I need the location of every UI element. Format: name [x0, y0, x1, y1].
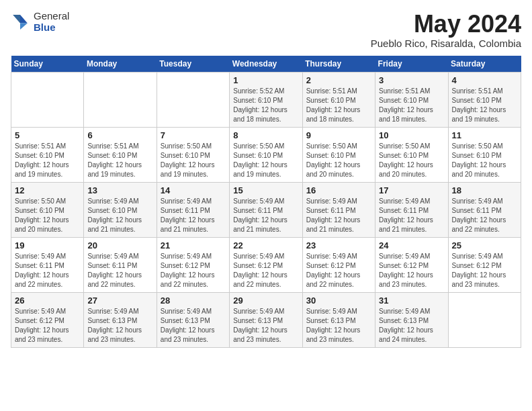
day-info: Sunrise: 5:49 AMSunset: 6:12 PMDaylight:…: [161, 252, 226, 289]
calendar-cell: [11, 72, 84, 127]
calendar-cell: 16Sunrise: 5:49 AMSunset: 6:11 PMDayligh…: [302, 182, 375, 237]
day-info: Sunrise: 5:51 AMSunset: 6:10 PMDaylight:…: [15, 142, 80, 179]
calendar-cell: 26Sunrise: 5:49 AMSunset: 6:12 PMDayligh…: [11, 292, 84, 347]
calendar-cell: 27Sunrise: 5:49 AMSunset: 6:13 PMDayligh…: [84, 292, 157, 347]
day-number: 6: [87, 130, 152, 140]
day-info: Sunrise: 5:49 AMSunset: 6:11 PMDaylight:…: [379, 197, 444, 234]
day-info: Sunrise: 5:49 AMSunset: 6:11 PMDaylight:…: [161, 197, 226, 234]
weekday-row: SundayMondayTuesdayWednesdayThursdayFrid…: [11, 56, 521, 73]
svg-marker-1: [20, 23, 28, 29]
day-number: 15: [233, 185, 298, 195]
calendar-cell: [84, 72, 157, 127]
day-info: Sunrise: 5:49 AMSunset: 6:13 PMDaylight:…: [379, 307, 444, 345]
day-number: 30: [306, 295, 371, 306]
calendar-cell: 2Sunrise: 5:51 AMSunset: 6:10 PMDaylight…: [302, 72, 375, 127]
calendar-week-row: 5Sunrise: 5:51 AMSunset: 6:10 PMDaylight…: [11, 127, 521, 182]
title-area: May 2024 Pueblo Rico, Risaralda, Colombi…: [371, 11, 521, 49]
weekday-header-monday: Monday: [84, 56, 157, 73]
weekday-header-friday: Friday: [375, 56, 448, 73]
day-number: 3: [379, 75, 444, 85]
calendar-week-row: 26Sunrise: 5:49 AMSunset: 6:12 PMDayligh…: [11, 292, 521, 347]
svg-marker-2: [13, 15, 20, 23]
calendar-cell: 17Sunrise: 5:49 AMSunset: 6:11 PMDayligh…: [375, 182, 448, 237]
calendar-cell: 15Sunrise: 5:49 AMSunset: 6:11 PMDayligh…: [230, 182, 302, 237]
logo-general-text: General: [34, 11, 69, 22]
day-info: Sunrise: 5:49 AMSunset: 6:12 PMDaylight:…: [306, 252, 371, 289]
day-info: Sunrise: 5:49 AMSunset: 6:13 PMDaylight:…: [233, 307, 298, 345]
calendar-cell: 3Sunrise: 5:51 AMSunset: 6:10 PMDaylight…: [375, 72, 448, 127]
calendar-week-row: 12Sunrise: 5:50 AMSunset: 6:10 PMDayligh…: [11, 182, 521, 237]
calendar-week-row: 1Sunrise: 5:52 AMSunset: 6:10 PMDaylight…: [11, 72, 521, 127]
day-number: 16: [306, 185, 371, 195]
calendar-cell: 7Sunrise: 5:50 AMSunset: 6:10 PMDaylight…: [157, 127, 229, 182]
weekday-header-tuesday: Tuesday: [157, 56, 229, 73]
calendar-subtitle: Pueblo Rico, Risaralda, Colombia: [371, 38, 521, 49]
day-info: Sunrise: 5:50 AMSunset: 6:10 PMDaylight:…: [306, 142, 371, 179]
day-info: Sunrise: 5:50 AMSunset: 6:10 PMDaylight:…: [452, 142, 517, 179]
calendar-table: SundayMondayTuesdayWednesdayThursdayFrid…: [11, 56, 521, 348]
logo-blue-text: Blue: [34, 22, 69, 34]
day-number: 28: [161, 295, 226, 306]
day-number: 31: [379, 295, 444, 306]
day-info: Sunrise: 5:49 AMSunset: 6:10 PMDaylight:…: [87, 197, 152, 234]
logo-icon: [11, 13, 30, 32]
weekday-header-thursday: Thursday: [302, 56, 375, 73]
calendar-cell: 18Sunrise: 5:49 AMSunset: 6:11 PMDayligh…: [448, 182, 521, 237]
day-number: 25: [452, 240, 517, 250]
calendar-cell: 8Sunrise: 5:50 AMSunset: 6:10 PMDaylight…: [230, 127, 302, 182]
day-number: 17: [379, 185, 444, 195]
svg-marker-0: [20, 15, 28, 23]
calendar-cell: 12Sunrise: 5:50 AMSunset: 6:10 PMDayligh…: [11, 182, 84, 237]
day-info: Sunrise: 5:52 AMSunset: 6:10 PMDaylight:…: [233, 87, 298, 124]
weekday-header-wednesday: Wednesday: [230, 56, 302, 73]
day-info: Sunrise: 5:51 AMSunset: 6:10 PMDaylight:…: [452, 87, 517, 124]
day-info: Sunrise: 5:49 AMSunset: 6:11 PMDaylight:…: [87, 252, 152, 289]
logo-text: General Blue: [34, 11, 69, 33]
day-number: 20: [87, 240, 152, 250]
weekday-header-saturday: Saturday: [448, 56, 521, 73]
day-info: Sunrise: 5:50 AMSunset: 6:10 PMDaylight:…: [379, 142, 444, 179]
calendar-cell: 25Sunrise: 5:49 AMSunset: 6:12 PMDayligh…: [448, 237, 521, 292]
day-info: Sunrise: 5:49 AMSunset: 6:13 PMDaylight:…: [87, 307, 152, 345]
page-header: General Blue May 2024 Pueblo Rico, Risar…: [11, 11, 521, 49]
day-info: Sunrise: 5:51 AMSunset: 6:10 PMDaylight:…: [379, 87, 444, 124]
calendar-cell: 30Sunrise: 5:49 AMSunset: 6:13 PMDayligh…: [302, 292, 375, 347]
day-number: 1: [233, 75, 298, 85]
calendar-cell: 6Sunrise: 5:51 AMSunset: 6:10 PMDaylight…: [84, 127, 157, 182]
calendar-body: 1Sunrise: 5:52 AMSunset: 6:10 PMDaylight…: [11, 72, 521, 347]
calendar-cell: 10Sunrise: 5:50 AMSunset: 6:10 PMDayligh…: [375, 127, 448, 182]
calendar-cell: [157, 72, 229, 127]
day-number: 12: [15, 185, 80, 195]
day-info: Sunrise: 5:49 AMSunset: 6:12 PMDaylight:…: [452, 252, 517, 289]
day-number: 4: [452, 75, 517, 85]
day-number: 5: [15, 130, 80, 140]
day-number: 29: [233, 295, 298, 306]
day-number: 27: [87, 295, 152, 306]
day-info: Sunrise: 5:49 AMSunset: 6:12 PMDaylight:…: [379, 252, 444, 289]
day-number: 14: [161, 185, 226, 195]
day-number: 18: [452, 185, 517, 195]
calendar-cell: 13Sunrise: 5:49 AMSunset: 6:10 PMDayligh…: [84, 182, 157, 237]
day-number: 22: [233, 240, 298, 250]
day-number: 21: [161, 240, 226, 250]
day-info: Sunrise: 5:49 AMSunset: 6:13 PMDaylight:…: [161, 307, 226, 345]
day-info: Sunrise: 5:50 AMSunset: 6:10 PMDaylight:…: [233, 142, 298, 179]
calendar-cell: 5Sunrise: 5:51 AMSunset: 6:10 PMDaylight…: [11, 127, 84, 182]
calendar-cell: 28Sunrise: 5:49 AMSunset: 6:13 PMDayligh…: [157, 292, 229, 347]
day-number: 24: [379, 240, 444, 250]
day-info: Sunrise: 5:51 AMSunset: 6:10 PMDaylight:…: [87, 142, 152, 179]
day-info: Sunrise: 5:49 AMSunset: 6:11 PMDaylight:…: [452, 197, 517, 234]
calendar-cell: 14Sunrise: 5:49 AMSunset: 6:11 PMDayligh…: [157, 182, 229, 237]
weekday-header-sunday: Sunday: [11, 56, 84, 73]
day-info: Sunrise: 5:49 AMSunset: 6:12 PMDaylight:…: [233, 252, 298, 289]
day-info: Sunrise: 5:50 AMSunset: 6:10 PMDaylight:…: [161, 142, 226, 179]
calendar-cell: 1Sunrise: 5:52 AMSunset: 6:10 PMDaylight…: [230, 72, 302, 127]
calendar-header: SundayMondayTuesdayWednesdayThursdayFrid…: [11, 56, 521, 73]
day-number: 13: [87, 185, 152, 195]
day-info: Sunrise: 5:49 AMSunset: 6:11 PMDaylight:…: [233, 197, 298, 234]
day-info: Sunrise: 5:50 AMSunset: 6:10 PMDaylight:…: [15, 197, 80, 234]
calendar-title: May 2024: [371, 11, 521, 38]
day-number: 8: [233, 130, 298, 140]
calendar-cell: [448, 292, 521, 347]
calendar-cell: 11Sunrise: 5:50 AMSunset: 6:10 PMDayligh…: [448, 127, 521, 182]
